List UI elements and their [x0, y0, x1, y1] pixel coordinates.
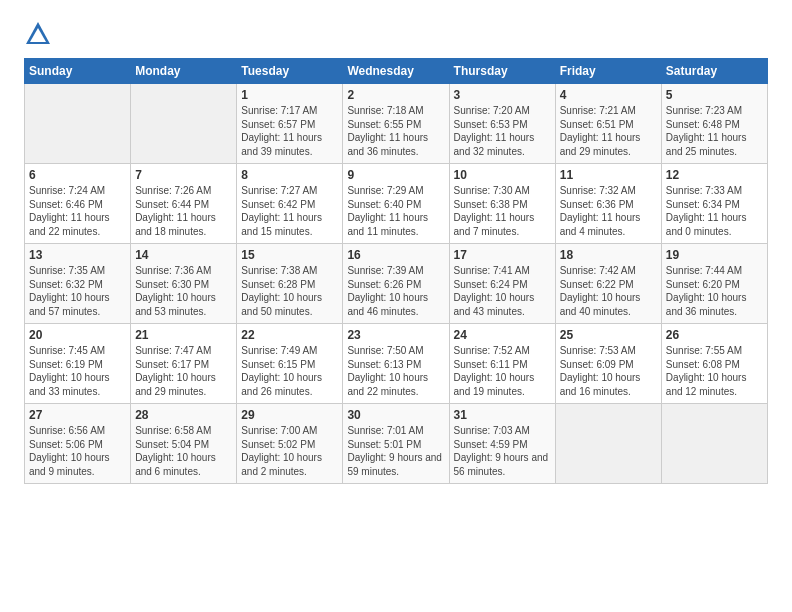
day-number: 21: [135, 328, 232, 342]
day-number: 12: [666, 168, 763, 182]
day-number: 18: [560, 248, 657, 262]
calendar-cell: 27Sunrise: 6:56 AMSunset: 5:06 PMDayligh…: [25, 404, 131, 484]
day-detail: Sunrise: 6:56 AMSunset: 5:06 PMDaylight:…: [29, 424, 126, 478]
day-detail: Sunrise: 7:42 AMSunset: 6:22 PMDaylight:…: [560, 264, 657, 318]
calendar-cell: [555, 404, 661, 484]
day-detail: Sunrise: 7:35 AMSunset: 6:32 PMDaylight:…: [29, 264, 126, 318]
column-header-wednesday: Wednesday: [343, 59, 449, 84]
calendar-week-row: 20Sunrise: 7:45 AMSunset: 6:19 PMDayligh…: [25, 324, 768, 404]
day-detail: Sunrise: 7:20 AMSunset: 6:53 PMDaylight:…: [454, 104, 551, 158]
day-detail: Sunrise: 7:38 AMSunset: 6:28 PMDaylight:…: [241, 264, 338, 318]
calendar-cell: 22Sunrise: 7:49 AMSunset: 6:15 PMDayligh…: [237, 324, 343, 404]
day-number: 28: [135, 408, 232, 422]
column-header-monday: Monday: [131, 59, 237, 84]
calendar-week-row: 27Sunrise: 6:56 AMSunset: 5:06 PMDayligh…: [25, 404, 768, 484]
calendar-header-row: SundayMondayTuesdayWednesdayThursdayFrid…: [25, 59, 768, 84]
calendar-week-row: 6Sunrise: 7:24 AMSunset: 6:46 PMDaylight…: [25, 164, 768, 244]
calendar-cell: [661, 404, 767, 484]
day-detail: Sunrise: 7:33 AMSunset: 6:34 PMDaylight:…: [666, 184, 763, 238]
day-detail: Sunrise: 7:44 AMSunset: 6:20 PMDaylight:…: [666, 264, 763, 318]
column-header-thursday: Thursday: [449, 59, 555, 84]
calendar-cell: 30Sunrise: 7:01 AMSunset: 5:01 PMDayligh…: [343, 404, 449, 484]
calendar-cell: 19Sunrise: 7:44 AMSunset: 6:20 PMDayligh…: [661, 244, 767, 324]
day-number: 6: [29, 168, 126, 182]
day-number: 29: [241, 408, 338, 422]
calendar-cell: 10Sunrise: 7:30 AMSunset: 6:38 PMDayligh…: [449, 164, 555, 244]
calendar-cell: 20Sunrise: 7:45 AMSunset: 6:19 PMDayligh…: [25, 324, 131, 404]
day-detail: Sunrise: 7:53 AMSunset: 6:09 PMDaylight:…: [560, 344, 657, 398]
day-number: 30: [347, 408, 444, 422]
calendar-cell: 26Sunrise: 7:55 AMSunset: 6:08 PMDayligh…: [661, 324, 767, 404]
calendar-cell: 16Sunrise: 7:39 AMSunset: 6:26 PMDayligh…: [343, 244, 449, 324]
day-detail: Sunrise: 7:52 AMSunset: 6:11 PMDaylight:…: [454, 344, 551, 398]
calendar-cell: [131, 84, 237, 164]
day-detail: Sunrise: 7:21 AMSunset: 6:51 PMDaylight:…: [560, 104, 657, 158]
calendar-cell: 23Sunrise: 7:50 AMSunset: 6:13 PMDayligh…: [343, 324, 449, 404]
day-number: 13: [29, 248, 126, 262]
day-number: 31: [454, 408, 551, 422]
day-number: 5: [666, 88, 763, 102]
calendar-cell: 5Sunrise: 7:23 AMSunset: 6:48 PMDaylight…: [661, 84, 767, 164]
day-number: 26: [666, 328, 763, 342]
day-detail: Sunrise: 7:29 AMSunset: 6:40 PMDaylight:…: [347, 184, 444, 238]
day-number: 11: [560, 168, 657, 182]
calendar-cell: 31Sunrise: 7:03 AMSunset: 4:59 PMDayligh…: [449, 404, 555, 484]
calendar-cell: 2Sunrise: 7:18 AMSunset: 6:55 PMDaylight…: [343, 84, 449, 164]
logo: [24, 20, 56, 48]
day-number: 14: [135, 248, 232, 262]
column-header-tuesday: Tuesday: [237, 59, 343, 84]
calendar-cell: 29Sunrise: 7:00 AMSunset: 5:02 PMDayligh…: [237, 404, 343, 484]
calendar-cell: 1Sunrise: 7:17 AMSunset: 6:57 PMDaylight…: [237, 84, 343, 164]
calendar-cell: 15Sunrise: 7:38 AMSunset: 6:28 PMDayligh…: [237, 244, 343, 324]
calendar-cell: 4Sunrise: 7:21 AMSunset: 6:51 PMDaylight…: [555, 84, 661, 164]
day-number: 27: [29, 408, 126, 422]
day-number: 4: [560, 88, 657, 102]
day-detail: Sunrise: 7:17 AMSunset: 6:57 PMDaylight:…: [241, 104, 338, 158]
day-number: 3: [454, 88, 551, 102]
day-detail: Sunrise: 7:01 AMSunset: 5:01 PMDaylight:…: [347, 424, 444, 478]
day-detail: Sunrise: 7:26 AMSunset: 6:44 PMDaylight:…: [135, 184, 232, 238]
day-detail: Sunrise: 7:41 AMSunset: 6:24 PMDaylight:…: [454, 264, 551, 318]
day-detail: Sunrise: 7:39 AMSunset: 6:26 PMDaylight:…: [347, 264, 444, 318]
day-detail: Sunrise: 7:00 AMSunset: 5:02 PMDaylight:…: [241, 424, 338, 478]
calendar-cell: 14Sunrise: 7:36 AMSunset: 6:30 PMDayligh…: [131, 244, 237, 324]
calendar-cell: 7Sunrise: 7:26 AMSunset: 6:44 PMDaylight…: [131, 164, 237, 244]
day-number: 8: [241, 168, 338, 182]
day-number: 17: [454, 248, 551, 262]
calendar-cell: 3Sunrise: 7:20 AMSunset: 6:53 PMDaylight…: [449, 84, 555, 164]
calendar-week-row: 1Sunrise: 7:17 AMSunset: 6:57 PMDaylight…: [25, 84, 768, 164]
calendar-cell: 13Sunrise: 7:35 AMSunset: 6:32 PMDayligh…: [25, 244, 131, 324]
day-detail: Sunrise: 7:30 AMSunset: 6:38 PMDaylight:…: [454, 184, 551, 238]
day-detail: Sunrise: 6:58 AMSunset: 5:04 PMDaylight:…: [135, 424, 232, 478]
day-detail: Sunrise: 7:24 AMSunset: 6:46 PMDaylight:…: [29, 184, 126, 238]
day-number: 15: [241, 248, 338, 262]
day-detail: Sunrise: 7:47 AMSunset: 6:17 PMDaylight:…: [135, 344, 232, 398]
calendar-cell: 9Sunrise: 7:29 AMSunset: 6:40 PMDaylight…: [343, 164, 449, 244]
day-detail: Sunrise: 7:03 AMSunset: 4:59 PMDaylight:…: [454, 424, 551, 478]
calendar-cell: 6Sunrise: 7:24 AMSunset: 6:46 PMDaylight…: [25, 164, 131, 244]
calendar-cell: 28Sunrise: 6:58 AMSunset: 5:04 PMDayligh…: [131, 404, 237, 484]
day-detail: Sunrise: 7:50 AMSunset: 6:13 PMDaylight:…: [347, 344, 444, 398]
day-number: 7: [135, 168, 232, 182]
day-number: 20: [29, 328, 126, 342]
day-number: 10: [454, 168, 551, 182]
calendar-cell: 11Sunrise: 7:32 AMSunset: 6:36 PMDayligh…: [555, 164, 661, 244]
calendar-cell: 24Sunrise: 7:52 AMSunset: 6:11 PMDayligh…: [449, 324, 555, 404]
day-number: 1: [241, 88, 338, 102]
day-number: 24: [454, 328, 551, 342]
day-detail: Sunrise: 7:23 AMSunset: 6:48 PMDaylight:…: [666, 104, 763, 158]
calendar-cell: 25Sunrise: 7:53 AMSunset: 6:09 PMDayligh…: [555, 324, 661, 404]
column-header-sunday: Sunday: [25, 59, 131, 84]
logo-icon: [24, 20, 52, 48]
day-detail: Sunrise: 7:49 AMSunset: 6:15 PMDaylight:…: [241, 344, 338, 398]
day-number: 2: [347, 88, 444, 102]
day-detail: Sunrise: 7:45 AMSunset: 6:19 PMDaylight:…: [29, 344, 126, 398]
day-detail: Sunrise: 7:27 AMSunset: 6:42 PMDaylight:…: [241, 184, 338, 238]
calendar-cell: 17Sunrise: 7:41 AMSunset: 6:24 PMDayligh…: [449, 244, 555, 324]
day-number: 22: [241, 328, 338, 342]
day-number: 16: [347, 248, 444, 262]
day-number: 9: [347, 168, 444, 182]
day-detail: Sunrise: 7:32 AMSunset: 6:36 PMDaylight:…: [560, 184, 657, 238]
calendar-cell: 18Sunrise: 7:42 AMSunset: 6:22 PMDayligh…: [555, 244, 661, 324]
calendar-cell: 21Sunrise: 7:47 AMSunset: 6:17 PMDayligh…: [131, 324, 237, 404]
